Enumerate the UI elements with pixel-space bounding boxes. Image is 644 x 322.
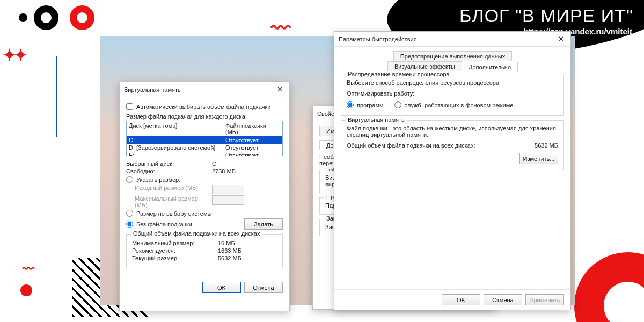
recommended-label: Рекомендуется:: [132, 247, 218, 254]
brand-title: БЛОГ "В МИРЕ ИТ": [459, 5, 633, 26]
change-button[interactable]: Изменить...: [519, 153, 558, 164]
recommended-value: 1663 МБ: [218, 247, 241, 254]
zigzag-icon: ✦✦: [3, 46, 25, 64]
close-icon[interactable]: ✕: [275, 85, 285, 93]
pagesize-label: Размер файла подкачки для каждого диска: [126, 113, 283, 120]
ring-icon: [70, 5, 94, 30]
vm-total-value: 5632 МБ: [535, 142, 558, 149]
window-virtual-memory: Виртуальная память ✕ Автоматически выбир…: [119, 82, 290, 311]
current-size-label: Текущий размер:: [132, 255, 218, 261]
window-performance-options: Параметры быстродействия ✕ Предотвращени…: [334, 31, 571, 310]
group-cpu-scheduling: Распределение времени процессора: [346, 71, 452, 77]
radio-custom-size[interactable]: Указать размер:: [126, 176, 283, 183]
table-row[interactable]: E:Отсутствует: [127, 151, 282, 156]
initial-size-label: Исходный размер (МБ):: [126, 185, 212, 194]
group-virtual-memory: Виртуальная память: [346, 116, 407, 123]
radio-programs[interactable]: программ: [347, 101, 384, 108]
optimize-label: Оптимизировать работу:: [347, 90, 558, 97]
ok-button[interactable]: OK: [442, 294, 480, 305]
ring-icon: [34, 5, 58, 30]
dot-icon: [20, 284, 32, 296]
col-pagefile: Файл подкачки (МБ): [225, 122, 280, 135]
table-row[interactable]: D: [Зарезервировано системой]Отсутствует: [127, 144, 282, 151]
set-button[interactable]: Задать: [244, 218, 283, 230]
maximum-size-input: [212, 195, 244, 205]
current-size-value: 5632 МБ: [218, 255, 241, 261]
radio-services-input[interactable]: [394, 101, 401, 108]
dot-icon: [19, 13, 27, 22]
free-space-label: Свободно:: [126, 168, 212, 174]
table-row[interactable]: C:Отсутствует: [127, 136, 282, 144]
selected-drive-value: C:: [212, 160, 218, 167]
apply-button[interactable]: Применить: [525, 294, 564, 305]
drive-list[interactable]: Диск [метка тома] Файл подкачки (МБ) C:О…: [126, 121, 283, 156]
window-title: Параметры быстродействия: [339, 36, 556, 42]
tab-visual-effects[interactable]: Визуальные эффекты: [387, 61, 462, 71]
window-title: Виртуальная память: [124, 86, 275, 93]
radio-programs-input[interactable]: [347, 101, 354, 108]
radio-system-managed-input[interactable]: [126, 210, 133, 217]
ring-icon: [574, 252, 644, 322]
ok-button[interactable]: OK: [202, 282, 241, 293]
cancel-button[interactable]: Отмена: [244, 282, 283, 293]
radio-system-managed[interactable]: Размер по выбору системы: [126, 210, 283, 217]
vm-total-label: Общий объем файла подкачки на всех диска…: [347, 142, 475, 149]
zigzag-icon: 〰: [23, 262, 33, 276]
maximum-size-label: Максимальный размер (МБ):: [126, 195, 212, 208]
divider-icon: [56, 56, 57, 137]
min-size-label: Минимальный размер:: [132, 240, 218, 246]
group-total-pagefile: Общий объем файла подкачки на всех диска…: [131, 230, 262, 237]
radio-no-paging-input[interactable]: [126, 221, 133, 228]
cpu-text: Выберите способ распределения ресурсов п…: [347, 79, 558, 86]
tab-additional[interactable]: Дополнительно: [462, 62, 518, 72]
close-icon[interactable]: ✕: [556, 35, 566, 43]
initial-size-input: [212, 185, 244, 194]
radio-custom-size-input[interactable]: [126, 176, 133, 183]
vm-description: Файл подкачки - это область на жестком д…: [347, 125, 558, 138]
min-size-value: 16 МБ: [218, 240, 235, 246]
checkbox-auto-manage-input[interactable]: [126, 103, 133, 110]
free-space-value: 2758 МБ: [212, 168, 236, 174]
col-drive: Диск [метка тома]: [129, 122, 225, 135]
selected-drive-label: Выбранный диск:: [126, 160, 212, 167]
checkbox-auto-manage[interactable]: Автоматически выбирать объем файла подка…: [126, 103, 283, 110]
tab-dep[interactable]: Предотвращение выполнения данных: [393, 51, 512, 61]
cancel-button[interactable]: Отмена: [484, 294, 522, 305]
radio-no-paging[interactable]: Без файла подкачки: [126, 221, 192, 228]
radio-services[interactable]: служб, работающих в фоновом режиме: [394, 101, 514, 108]
